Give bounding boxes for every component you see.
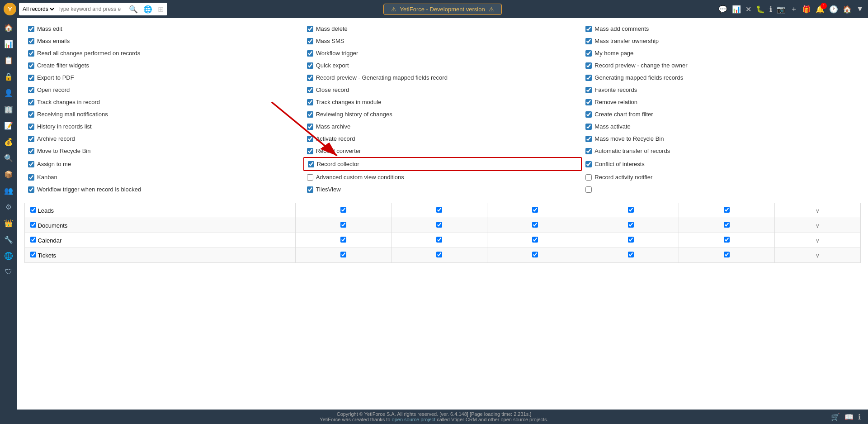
search-button[interactable]: 🔍 (127, 4, 140, 14)
cell-checkbox-1-1[interactable] (436, 222, 442, 228)
cell-checkbox-2-0[interactable] (340, 237, 346, 243)
cell-checkbox-0-4[interactable] (724, 207, 730, 213)
sidebar-item-shield[interactable]: 🛡 (1, 264, 16, 280)
perm-checkbox-r0-c2[interactable] (585, 26, 592, 32)
perm-checkbox-r11-c0[interactable] (28, 161, 34, 167)
row-master-checkbox-2[interactable] (30, 237, 36, 243)
perm-checkbox-r6-c1[interactable] (307, 99, 313, 105)
perm-checkbox-r8-c2[interactable] (585, 124, 592, 130)
perm-checkbox-r5-c1[interactable] (307, 87, 313, 93)
camera-icon[interactable]: 📷 (776, 4, 787, 14)
info-icon[interactable]: ℹ (769, 4, 773, 14)
book-icon[interactable]: 📖 (844, 413, 854, 421)
close-icon[interactable]: ✕ (745, 4, 752, 14)
perm-checkbox-r7-c2[interactable] (585, 111, 592, 118)
expand-button-1[interactable]: ∨ (816, 223, 820, 229)
expand-button-3[interactable]: ∨ (816, 252, 820, 259)
perm-checkbox-r13-c2[interactable] (585, 186, 592, 193)
perm-checkbox-r0-c0[interactable] (28, 26, 34, 32)
perm-checkbox-r5-c0[interactable] (28, 87, 34, 93)
add-icon[interactable]: ＋ (789, 4, 798, 15)
sidebar-item-reports[interactable]: 📋 (1, 52, 16, 68)
perm-checkbox-r12-c0[interactable] (28, 174, 34, 181)
perm-checkbox-r1-c0[interactable] (28, 38, 34, 44)
cell-checkbox-1-3[interactable] (628, 222, 634, 228)
home-icon[interactable]: 🏠 (842, 4, 853, 14)
cell-checkbox-1-4[interactable] (724, 222, 730, 228)
perm-checkbox-r0-c1[interactable] (307, 26, 313, 32)
sidebar-item-contacts[interactable]: 👥 (1, 183, 16, 198)
perm-checkbox-r7-c0[interactable] (28, 111, 34, 118)
cell-checkbox-2-3[interactable] (628, 237, 634, 243)
perm-checkbox-r4-c1[interactable] (307, 75, 313, 81)
perm-checkbox-r10-c2[interactable] (585, 148, 592, 154)
sidebar-item-finance[interactable]: 💰 (1, 134, 16, 149)
perm-checkbox-r8-c0[interactable] (28, 124, 34, 130)
expand-button-2[interactable]: ∨ (816, 238, 820, 244)
cell-checkbox-3-3[interactable] (628, 252, 634, 257)
sidebar-item-web[interactable]: 🌐 (1, 248, 16, 263)
perm-checkbox-r7-c1[interactable] (307, 111, 313, 118)
perm-checkbox-r3-c0[interactable] (28, 62, 34, 69)
perm-checkbox-r11-c1[interactable] (308, 161, 314, 167)
history-icon[interactable]: 🕐 (828, 4, 839, 14)
sidebar-item-company[interactable]: 🏢 (1, 101, 16, 117)
perm-checkbox-r9-c2[interactable] (585, 136, 592, 142)
user-menu-icon[interactable]: ▼ (855, 4, 864, 14)
footer-link[interactable]: open source project (392, 417, 436, 422)
expand-button-0[interactable]: ∨ (816, 208, 820, 214)
gift-icon[interactable]: 🎁 (801, 4, 812, 14)
cell-checkbox-3-0[interactable] (340, 252, 346, 257)
chat-icon[interactable]: 💬 (717, 4, 728, 14)
cell-checkbox-3-1[interactable] (436, 252, 442, 257)
perm-checkbox-r12-c1[interactable] (307, 174, 313, 181)
sidebar-item-products[interactable]: 📦 (1, 167, 16, 182)
perm-checkbox-r9-c1[interactable] (307, 136, 313, 142)
grid-view-button[interactable]: ⊞ (156, 4, 165, 14)
sidebar-item-settings[interactable]: ⚙ (1, 199, 16, 214)
row-master-checkbox-3[interactable] (30, 252, 36, 257)
cell-checkbox-2-2[interactable] (532, 237, 538, 243)
search-scope-select[interactable]: All records (21, 5, 56, 13)
cell-checkbox-2-4[interactable] (724, 237, 730, 243)
perm-checkbox-r8-c1[interactable] (307, 124, 313, 130)
sidebar-item-users[interactable]: 👤 (1, 85, 16, 100)
sidebar-item-admin[interactable]: 👑 (1, 215, 16, 231)
perm-checkbox-r1-c2[interactable] (585, 38, 592, 44)
perm-checkbox-r13-c0[interactable] (28, 186, 34, 193)
row-master-checkbox-0[interactable] (30, 207, 36, 213)
cell-checkbox-0-1[interactable] (436, 207, 442, 213)
sidebar-item-list[interactable]: 📝 (1, 118, 16, 133)
cell-checkbox-0-2[interactable] (532, 207, 538, 213)
cell-checkbox-3-4[interactable] (724, 252, 730, 257)
perm-checkbox-r4-c2[interactable] (585, 75, 592, 81)
bug-icon[interactable]: 🐛 (755, 4, 766, 14)
info-footer-icon[interactable]: ℹ (858, 413, 861, 421)
perm-checkbox-r4-c0[interactable] (28, 75, 34, 81)
perm-checkbox-r2-c0[interactable] (28, 50, 34, 57)
cell-checkbox-1-0[interactable] (340, 222, 346, 228)
perm-checkbox-r3-c1[interactable] (307, 62, 313, 69)
row-master-checkbox-1[interactable] (30, 222, 36, 228)
perm-checkbox-r12-c2[interactable] (585, 174, 592, 181)
perm-checkbox-r11-c2[interactable] (585, 161, 592, 167)
logo[interactable]: Y (4, 3, 16, 15)
perm-checkbox-r9-c0[interactable] (28, 136, 34, 142)
perm-checkbox-r6-c2[interactable] (585, 99, 592, 105)
sidebar-item-tools[interactable]: 🔧 (1, 232, 16, 247)
dashboard-icon[interactable]: 📊 (731, 4, 742, 14)
perm-checkbox-r10-c1[interactable] (307, 148, 313, 154)
cell-checkbox-1-2[interactable] (532, 222, 538, 228)
perm-checkbox-r1-c1[interactable] (307, 38, 313, 44)
advanced-search-button[interactable]: 🌐 (142, 4, 154, 14)
search-input[interactable] (57, 6, 125, 12)
perm-checkbox-r2-c2[interactable] (585, 50, 592, 57)
sidebar-item-home[interactable]: 🏠 (1, 20, 16, 35)
perm-checkbox-r5-c2[interactable] (585, 87, 592, 93)
cart-icon[interactable]: 🛒 (831, 413, 840, 421)
perm-checkbox-r6-c0[interactable] (28, 99, 34, 105)
cell-checkbox-0-3[interactable] (628, 207, 634, 213)
cell-checkbox-2-1[interactable] (436, 237, 442, 243)
sidebar-item-security[interactable]: 🔒 (1, 69, 16, 84)
sidebar-item-search[interactable]: 🔍 (1, 150, 16, 166)
